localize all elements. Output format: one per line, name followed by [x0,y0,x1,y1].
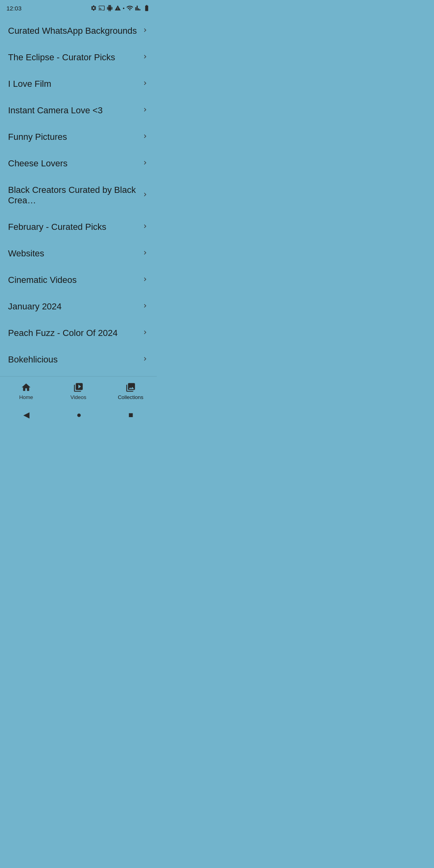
wifi-icon [126,4,133,12]
nav-label-home: Home [19,394,33,400]
list-item[interactable]: Cinematic Videos [0,267,157,293]
list-item[interactable]: Cheese Lovers [0,150,157,177]
chevron-right-icon [141,106,149,115]
chevron-right-icon [141,191,149,200]
chevron-right-icon [141,249,149,258]
list-item-label: January 2024 [8,301,138,312]
bottom-nav: Home Videos Collections [0,376,157,405]
home-icon [21,382,31,393]
battery-icon [143,4,150,12]
system-nav: ◀ ● ■ [0,405,157,425]
cast-icon [98,5,105,11]
chevron-right-icon [141,223,149,232]
android-icon [106,5,113,11]
list-item[interactable]: Peach Fuzz - Color Of 2024 [0,320,157,346]
list-item[interactable]: February - Curated Picks [0,214,157,240]
nav-item-videos[interactable]: Videos [52,382,104,400]
list-item-label: Peach Fuzz - Color Of 2024 [8,328,138,338]
collections-list: Curated WhatsApp BackgroundsThe Eclipse … [0,14,157,376]
chevron-right-icon [141,355,149,364]
list-item-label: Cheese Lovers [8,158,138,169]
list-item-label: Curated WhatsApp Backgrounds [8,26,138,36]
status-bar: 12:03 ● [0,0,157,14]
settings-icon [90,5,97,11]
list-item[interactable]: Funny Pictures [0,124,157,150]
back-button[interactable]: ◀ [23,410,29,420]
status-icons: ● [90,4,150,12]
chevron-right-icon [141,329,149,338]
list-item-label: I Love Film [8,79,138,89]
recents-button[interactable]: ■ [128,410,133,420]
chevron-right-icon [141,27,149,36]
chevron-right-icon [141,53,149,62]
list-item[interactable]: Bokehlicious [0,346,157,373]
list-item[interactable]: January 2024 [0,293,157,320]
nav-label-collections: Collections [118,394,143,400]
collections-icon [125,382,136,393]
chevron-right-icon [141,133,149,142]
list-item-label: Cinematic Videos [8,275,138,285]
list-item-label: Bokehlicious [8,354,138,365]
home-button[interactable]: ● [76,410,81,420]
videos-icon [73,382,84,393]
chevron-right-icon [141,159,149,168]
chevron-right-icon [141,276,149,285]
chevron-right-icon [141,80,149,89]
list-item-label: Funny Pictures [8,132,138,142]
list-item-label: Websites [8,248,138,259]
list-item[interactable]: I Love Film [0,71,157,97]
status-time: 12:03 [6,5,22,12]
nav-item-home[interactable]: Home [0,382,52,400]
list-item[interactable]: Websites [0,240,157,267]
dot-indicator: ● [123,6,125,10]
chevron-right-icon [141,302,149,311]
list-item[interactable]: Curated WhatsApp Backgrounds [0,18,157,44]
nav-label-videos: Videos [70,394,86,400]
list-item-label: February - Curated Picks [8,222,138,232]
list-item[interactable]: Black Creators Curated by Black Crea… [0,177,157,214]
nav-item-collections[interactable]: Collections [104,382,157,400]
warning-icon [115,5,121,11]
list-item[interactable]: The Eclipse - Curator Picks [0,44,157,71]
list-item-label: Black Creators Curated by Black Crea… [8,185,138,206]
list-item[interactable]: Instant Camera Love <3 [0,97,157,124]
list-item-label: The Eclipse - Curator Picks [8,52,138,63]
list-item-label: Instant Camera Love <3 [8,105,138,116]
signal-icon [135,5,141,11]
